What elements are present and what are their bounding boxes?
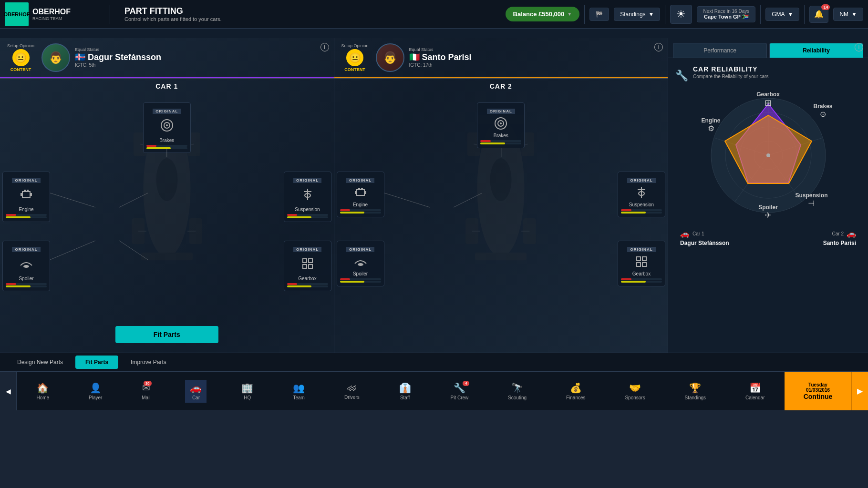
nav-icon-home: 🏠 — [37, 382, 49, 394]
car1-engine[interactable]: ORIGINAL Engine — [2, 172, 50, 222]
standings-button[interactable]: Standings ▼ — [614, 8, 660, 21]
nav-icon-calendar: 📅 — [749, 382, 761, 394]
svg-point-75 — [766, 153, 770, 157]
svg-rect-59 — [637, 263, 641, 266]
legend-car1-label: 🚗 Car 1 — [680, 229, 704, 238]
reliability-subtitle: Compare the Reliability of your cars — [693, 74, 768, 79]
car2-legend-icon: 🚗 — [847, 229, 856, 238]
nav-label-team: Team — [293, 395, 304, 400]
logo-text: OBERHOF — [4, 11, 30, 17]
svg-point-14 — [166, 124, 168, 126]
improve-parts-tab[interactable]: Improve Parts — [121, 356, 176, 369]
nav-item-scouting[interactable]: 🔭Scouting — [503, 380, 531, 403]
fit-parts-tab[interactable]: Fit Parts — [75, 356, 118, 369]
car2-area: CAR 2 — [334, 79, 668, 353]
nav-label-player: Player — [89, 395, 102, 400]
svg-line-29 — [50, 193, 95, 207]
car2-gearbox[interactable]: ORIGINAL Gearbox — [618, 241, 665, 286]
car2-suspension[interactable]: ORIGINAL Suspension — [618, 172, 665, 217]
gt-icon-button[interactable]: 🏁 — [589, 8, 609, 21]
car1-brakes-name: Brakes — [146, 138, 187, 143]
radar-chart: Gearbox ⊞ Brakes ⊙ Suspension ⊣ Spoiler … — [702, 89, 835, 222]
nav-item-hq[interactable]: 🏢HQ — [237, 380, 258, 403]
performance-tab[interactable]: Performance — [673, 43, 767, 58]
nav-item-sponsors[interactable]: 🤝Sponsors — [620, 380, 650, 403]
car1-emoji: 😐 — [12, 49, 30, 66]
nav-icon-drivers: 🏎 — [347, 382, 357, 393]
car2-info-button[interactable]: i — [654, 43, 663, 51]
nav-item-player[interactable]: 👤Player — [84, 380, 107, 403]
svg-point-47 — [500, 122, 502, 124]
nav-label-car: Car — [192, 395, 200, 400]
profile-label: NM — [839, 11, 848, 18]
car2-engine[interactable]: ORIGINAL Engine — [337, 172, 384, 217]
logo-area: OBERHOF OBERHOF RACING TEAM — [5, 2, 100, 26]
nav-badge-mail: 10 — [144, 381, 152, 386]
nav-prev-button[interactable]: ◀ — [0, 372, 17, 410]
continue-button[interactable]: Tuesday 01/03/2016 Continue — [785, 372, 851, 410]
svg-rect-24 — [303, 259, 307, 263]
reliability-title: CAR RELIABILITY — [693, 65, 768, 73]
nav-item-finances[interactable]: 💰Finances — [561, 380, 590, 403]
svg-point-3 — [156, 158, 177, 201]
svg-rect-16 — [21, 193, 22, 196]
gma-button[interactable]: GMA ▼ — [765, 8, 799, 21]
nav-item-pit crew[interactable]: 4🔧Pit Crew — [446, 380, 474, 403]
svg-rect-49 — [355, 191, 357, 194]
fit-parts-button[interactable]: Fit Parts — [115, 326, 218, 343]
profile-chevron: ▼ — [851, 11, 857, 18]
car2-flag: 🇮🇹 — [409, 52, 420, 62]
car2-spoiler[interactable]: ORIGINAL Spoiler — [337, 241, 384, 286]
svg-rect-48 — [357, 190, 364, 195]
car2-name: Santo Parisi — [422, 52, 472, 62]
car2-suspension-name: Suspension — [621, 202, 662, 207]
panel-info-button[interactable]: i — [855, 43, 863, 51]
navbar: ◀ 🏠Home👤Player10✉Mail🚗Car🏢HQ👥Team🏎Driver… — [0, 372, 868, 410]
balance-button[interactable]: Balance £550,000 ▼ — [506, 7, 580, 21]
nav-item-staff[interactable]: 👔Staff — [394, 380, 416, 403]
nav-icon-sponsors: 🤝 — [629, 382, 641, 394]
car2-brakes[interactable]: ORIGINAL Brakes — [477, 102, 525, 148]
profile-button[interactable]: NM ▼ — [833, 8, 863, 21]
notification-button[interactable]: 🔔 14 — [809, 6, 828, 23]
car1-info-button[interactable]: i — [320, 43, 329, 51]
car2-setup-label: Setup Opinion — [341, 43, 369, 48]
nav-icon-standings: 🏆 — [689, 382, 701, 394]
nav-item-team[interactable]: 👥Team — [288, 380, 310, 403]
nav-item-calendar[interactable]: 📅Calendar — [741, 380, 770, 403]
svg-rect-17 — [30, 193, 32, 196]
nav-label-mail: Mail — [142, 395, 150, 400]
svg-rect-15 — [22, 192, 30, 197]
balance-amount: Balance £550,000 — [513, 10, 565, 18]
car1-suspension[interactable]: ORIGINAL Suspension — [284, 172, 331, 222]
topbar: OBERHOF OBERHOF RACING TEAM PART FITTING… — [0, 0, 868, 29]
radar-label-spoiler: Spoiler ✈ — [758, 204, 778, 220]
car1-spoiler[interactable]: ORIGINAL Spoiler — [2, 241, 50, 291]
car1-title: CAR 1 — [0, 79, 334, 94]
design-parts-tab[interactable]: Design New Parts — [7, 356, 73, 369]
wrench-icon: 🔧 — [675, 70, 688, 82]
next-race-name: Cape Town GP — [704, 14, 741, 20]
gma-label: GMA — [772, 11, 785, 18]
svg-rect-26 — [303, 264, 307, 268]
svg-point-36 — [490, 158, 512, 201]
car1-brakes[interactable]: ORIGINAL Brakes — [143, 102, 191, 153]
svg-line-62 — [384, 193, 430, 207]
radar-label-suspension: Suspension ⊣ — [795, 192, 827, 208]
car2-setup-opinion: Setup Opinion 😐 CONTENT — [341, 43, 369, 72]
svg-rect-19 — [27, 190, 29, 192]
nav-item-drivers[interactable]: 🏎Drivers — [340, 380, 364, 402]
nav-item-mail[interactable]: 10✉Mail — [137, 380, 155, 403]
nav-label-standings: Standings — [685, 395, 706, 400]
page-subtitle: Control which parts are fitted to your c… — [124, 16, 222, 22]
nav-item-car[interactable]: 🚗Car — [185, 380, 207, 403]
car2-title: CAR 2 — [334, 79, 668, 94]
nav-item-standings[interactable]: 🏆Standings — [680, 380, 711, 403]
continue-label: Continue — [804, 393, 833, 400]
continue-arrow-button[interactable]: ▶ — [851, 372, 868, 410]
nav-label-home: Home — [36, 395, 49, 400]
notification-badge: 14 — [821, 4, 830, 10]
nav-item-home[interactable]: 🏠Home — [31, 380, 54, 403]
reliability-tab[interactable]: Reliability — [769, 43, 863, 58]
car1-gearbox[interactable]: ORIGINAL Gearbox — [284, 241, 331, 291]
